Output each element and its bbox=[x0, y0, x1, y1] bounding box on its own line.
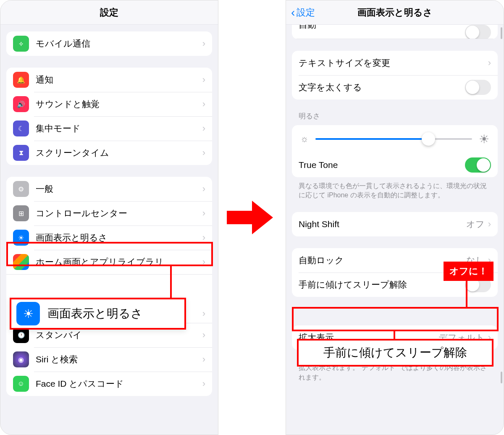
sun-small-icon: ☼ bbox=[300, 134, 309, 144]
row-mobile[interactable]: ⟡ モバイル通信 › bbox=[6, 31, 212, 56]
toggle-bold-text[interactable] bbox=[465, 80, 491, 95]
chevron-right-icon: › bbox=[202, 147, 205, 158]
nav-header: ‹ 設定 画面表示と明るさ bbox=[286, 0, 504, 25]
toggle-auto[interactable] bbox=[465, 25, 491, 39]
brightness-slider[interactable] bbox=[315, 138, 472, 140]
scrollbar[interactable] bbox=[501, 372, 502, 383]
chevron-right-icon: › bbox=[488, 219, 491, 230]
settings-group: ⚙ 一般 › ⊞ コントロールセンター › ☀ 画面表示と明るさ › ホーム画面… bbox=[6, 177, 212, 396]
row-auto[interactable]: 自動 bbox=[292, 25, 498, 39]
callout-raise-to-wake: 手前に傾けてスリープ解除 bbox=[297, 339, 494, 367]
arrow-right-icon bbox=[227, 201, 277, 234]
row-true-tone[interactable]: True Tone bbox=[292, 153, 498, 177]
grid-icon bbox=[13, 254, 29, 270]
chevron-right-icon: › bbox=[202, 330, 205, 341]
antenna-icon: ⟡ bbox=[13, 36, 29, 52]
hourglass-icon: ⧗ bbox=[13, 145, 29, 161]
row-text-size[interactable]: テキストサイズを変更 › bbox=[292, 51, 498, 75]
gear-icon: ⚙ bbox=[13, 181, 29, 197]
siri-icon: ◉ bbox=[13, 351, 29, 367]
settings-group: ⟡ モバイル通信 › bbox=[6, 31, 212, 56]
sun-large-icon: ☀ bbox=[479, 132, 489, 146]
chevron-right-icon: › bbox=[202, 123, 205, 134]
row-faceid[interactable]: ☺ Face ID とパスコード › bbox=[6, 372, 212, 396]
section-header-brightness: 明るさ bbox=[286, 100, 504, 123]
row-bold-text[interactable]: 文字を太くする bbox=[292, 75, 498, 100]
brightness-slider-row: ☼ ☀ bbox=[292, 125, 498, 153]
faceid-icon: ☺ bbox=[13, 376, 29, 392]
row-sound[interactable]: 🔊 サウンドと触覚 › bbox=[6, 92, 212, 116]
row-screentime[interactable]: ⧗ スクリーンタイム › bbox=[6, 141, 212, 165]
annotation-off: オフに！ bbox=[444, 262, 494, 281]
row-control-center[interactable]: ⊞ コントロールセンター › bbox=[6, 201, 212, 225]
brightness-icon: ☀ bbox=[16, 302, 40, 325]
chevron-right-icon: › bbox=[202, 308, 205, 319]
display-brightness-pane: ‹ 設定 画面表示と明るさ 自動 テキストサイズを変更 › 文字を太くする 明る… bbox=[286, 0, 504, 435]
page-title: 画面表示と明るさ bbox=[357, 6, 433, 19]
back-button[interactable]: ‹ 設定 bbox=[291, 6, 315, 19]
settings-group: テキストサイズを変更 › 文字を太くする bbox=[292, 51, 498, 100]
settings-group: Night Shift オフ › bbox=[292, 212, 498, 236]
row-night-shift[interactable]: Night Shift オフ › bbox=[292, 212, 498, 236]
chevron-right-icon: › bbox=[202, 99, 205, 110]
chevron-right-icon: › bbox=[488, 58, 491, 68]
settings-group: 🔔 通知 › 🔊 サウンドと触覚 › ☾ 集中モード › ⧗ スクリーンタイム … bbox=[6, 68, 212, 165]
row-focus[interactable]: ☾ 集中モード › bbox=[6, 116, 212, 141]
settings-group: 自動 bbox=[292, 25, 498, 39]
chevron-right-icon: › bbox=[202, 208, 205, 219]
chevron-right-icon: › bbox=[202, 257, 205, 267]
speaker-icon: 🔊 bbox=[13, 96, 29, 112]
slider-thumb[interactable] bbox=[422, 132, 435, 146]
chevron-right-icon: › bbox=[202, 354, 205, 365]
settings-root-pane: 設定 ⟡ モバイル通信 › 🔔 通知 › 🔊 サウンドと触覚 › ☾ bbox=[0, 0, 218, 435]
bell-icon: 🔔 bbox=[13, 72, 29, 88]
chevron-right-icon: › bbox=[202, 183, 205, 194]
row-notifications[interactable]: 🔔 通知 › bbox=[6, 68, 212, 92]
connector-line bbox=[466, 280, 467, 307]
chevron-right-icon: › bbox=[202, 232, 205, 243]
callout-display-brightness: ☀ 画面表示と明るさ bbox=[10, 298, 186, 330]
footnote-true-tone: 異なる環境でも色が一貫して表示されるように、環境光の状況に応じて iPhone … bbox=[286, 177, 504, 200]
page-title: 設定 bbox=[100, 6, 118, 19]
nav-header: 設定 bbox=[0, 0, 218, 25]
scrollbar[interactable] bbox=[501, 27, 502, 39]
row-general[interactable]: ⚙ 一般 › bbox=[6, 177, 212, 201]
arrow-gap bbox=[218, 0, 286, 435]
connector-line bbox=[394, 331, 395, 340]
chevron-right-icon: › bbox=[202, 378, 205, 389]
settings-group: ☼ ☀ True Tone bbox=[292, 125, 498, 177]
brightness-icon: ☀ bbox=[13, 230, 29, 246]
chevron-left-icon: ‹ bbox=[291, 6, 295, 19]
switches-icon: ⊞ bbox=[13, 205, 29, 221]
connector-line bbox=[170, 266, 172, 298]
toggle-true-tone[interactable] bbox=[465, 157, 491, 173]
moon-icon: ☾ bbox=[13, 121, 29, 136]
chevron-right-icon: › bbox=[202, 38, 205, 49]
row-home-screen[interactable]: ホーム画面とアプリライブラリ › bbox=[6, 250, 212, 274]
row-siri[interactable]: ◉ Siri と検索 › bbox=[6, 347, 212, 372]
row-display-brightness[interactable]: ☀ 画面表示と明るさ › bbox=[6, 225, 212, 250]
chevron-right-icon: › bbox=[202, 74, 205, 85]
